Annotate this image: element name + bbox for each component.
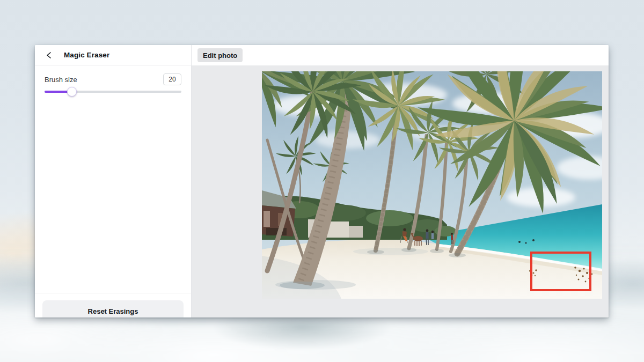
beach-photo[interactable] [262, 71, 602, 299]
editor-topbar: Edit photo [192, 45, 609, 65]
brush-size-slider[interactable] [45, 87, 181, 97]
back-button[interactable] [42, 49, 55, 62]
panel-footer: Reset Erasings [35, 293, 191, 317]
slider-track[interactable] [45, 91, 181, 93]
editor-main: Edit photo [192, 45, 609, 317]
erase-target-rectangle [530, 252, 591, 291]
brush-size-row: Brush size 20 [45, 73, 181, 86]
reset-erasings-button[interactable]: Reset Erasings [42, 300, 184, 317]
panel-title: Magic Eraser [64, 51, 109, 59]
editor-canvas[interactable]: Notes Page 1 of 1 10% [192, 65, 609, 317]
editor-window: Magic Eraser Brush size 20 Reset Erasing… [35, 45, 609, 317]
panel-body: Brush size 20 [35, 65, 191, 97]
brush-size-value[interactable]: 20 [163, 73, 181, 85]
screen: Magic Eraser Brush size 20 Reset Erasing… [0, 0, 644, 362]
panel-header: Magic Eraser [35, 45, 191, 65]
chevron-left-icon [46, 52, 52, 58]
brush-size-label: Brush size [45, 76, 77, 84]
edit-photo-button[interactable]: Edit photo [197, 48, 243, 62]
slider-thumb[interactable] [67, 87, 77, 97]
magic-eraser-panel: Magic Eraser Brush size 20 Reset Erasing… [35, 45, 192, 317]
